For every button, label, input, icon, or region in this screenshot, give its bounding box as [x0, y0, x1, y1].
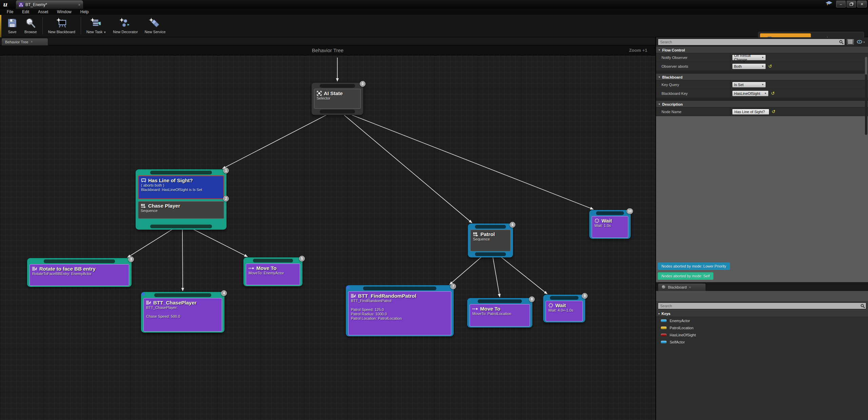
blackboard-key-dropdown[interactable]: HasLineOfSight▼ [732, 90, 769, 97]
display-filter-button[interactable]: ▼ [856, 39, 866, 45]
window-controls: – ✕ [826, 1, 867, 7]
graph-tab-close-icon[interactable]: × [31, 40, 33, 44]
restore-button[interactable] [847, 1, 856, 7]
bt-node-wait-patrol[interactable]: 9 Wait Wait: 4.0+-1.0s [543, 295, 585, 322]
key-query-dropdown[interactable]: Is Set▼ [732, 82, 766, 88]
node-output-pin[interactable] [150, 225, 212, 228]
tutorial-cap-icon[interactable] [826, 1, 832, 7]
browse-button[interactable]: Browse [21, 16, 40, 35]
new-decorator-icon [119, 17, 132, 29]
new-blackboard-icon [56, 17, 68, 29]
toolbar-accent-strip [0, 15, 1, 37]
blackboard-tab-close-icon[interactable]: × [689, 286, 691, 289]
node-input-pin[interactable] [478, 299, 522, 303]
row-observer-aborts: Observer aborts Both▼ ↺ [656, 62, 868, 71]
collapse-triangle-icon: ▼ [658, 103, 660, 105]
bt-task-icon [32, 267, 37, 271]
observer-aborts-dropdown[interactable]: Both▼ [732, 63, 766, 69]
details-search-row: ▼ [656, 37, 868, 47]
new-service-button[interactable]: New Service [141, 16, 169, 35]
save-button[interactable]: Save [3, 16, 21, 35]
minimize-button[interactable]: – [836, 1, 846, 7]
new-blackboard-button[interactable]: New Blackboard [45, 16, 79, 35]
key-row-enemyactor[interactable]: EnemyActor [656, 317, 868, 324]
bt-node-move-to-patrol[interactable]: 8 Move To MoveTo: PatrolLocation [467, 298, 532, 328]
property-matrix-button[interactable] [846, 39, 854, 45]
node-order-badge: 5 [299, 256, 305, 261]
notify-observer-dropdown[interactable]: On Result Change▼ [732, 55, 766, 61]
asset-tab-close-icon[interactable]: × [78, 3, 80, 7]
graph-tab-behavior-tree[interactable]: Behavior Tree × [1, 38, 48, 45]
new-task-button[interactable]: New Task▼ [83, 16, 110, 35]
bt-task-icon [351, 294, 356, 298]
node-input-pin[interactable] [320, 84, 355, 88]
bt-node-btt-findrandompatrol[interactable]: 7 BTT_FindRandomPatrol BTT_FindRandomPat… [346, 285, 454, 336]
node-input-pin[interactable] [550, 296, 578, 300]
asset-tab-bt-enemy[interactable]: BT_Enemy* × [16, 0, 83, 9]
section-description[interactable]: ▼Description [656, 101, 868, 107]
node-order-badge: 0 [360, 81, 366, 87]
menu-file[interactable]: File [3, 9, 17, 15]
node-name-field[interactable]: Has Line of Sight? [732, 109, 769, 115]
window-titlebar: u BT_Enemy* × – ✕ [0, 0, 868, 9]
bt-node-btt-chaseplayer[interactable]: 4 BTT_ChasePlayer BTT_ChasePlayer: Chase… [141, 292, 224, 333]
node-output-pin[interactable] [475, 252, 506, 256]
row-blackboard-key: Blackboard Key HasLineOfSight▼ ↺ [656, 89, 868, 98]
bt-node-chase-player[interactable]: 1 2 Has Line of Sight? ( aborts both ) B… [136, 169, 226, 230]
bt-node-wait-idle[interactable]: 10 Wait Wait: 1.0s [589, 210, 631, 239]
blackboard-decorator-icon [141, 178, 146, 183]
details-search-input[interactable] [658, 39, 845, 45]
node-input-pin[interactable] [253, 259, 293, 262]
restore-icon [850, 3, 853, 6]
search-icon [839, 40, 844, 46]
menu-edit[interactable]: Edit [18, 9, 33, 15]
caret-down-icon: ▼ [762, 83, 764, 86]
behavior-tree-graph-canvas[interactable]: Behavior Tree Zoom +1 0 AI State Selecto… [0, 45, 655, 420]
keys-section-header[interactable]: ▼Keys [656, 311, 868, 317]
toolbar-separator [81, 17, 81, 35]
reset-to-default-icon[interactable]: ↺ [772, 109, 775, 114]
key-row-patrollocation[interactable]: PatrolLocation [656, 324, 868, 331]
menu-help[interactable]: Help [76, 9, 93, 15]
node-input-pin[interactable] [154, 293, 211, 297]
key-type-pill [661, 341, 667, 343]
bt-node-ai-state[interactable]: 0 AI State Selector [311, 82, 363, 115]
key-row-selfactor[interactable]: SelfActor [656, 338, 868, 345]
menu-asset[interactable]: Asset [34, 9, 52, 15]
menu-window[interactable]: Window [53, 9, 76, 15]
browse-icon [25, 17, 36, 29]
node-input-pin[interactable] [44, 259, 115, 263]
blackboard-search-input[interactable] [658, 302, 866, 309]
wait-icon [548, 303, 553, 308]
section-blackboard[interactable]: ▼Blackboard [656, 74, 868, 80]
row-node-name: Node Name Has Line of Sight? ↺ [656, 107, 868, 116]
bt-node-move-to-enemy[interactable]: 5 Move To MoveTo: EnemyActor [243, 257, 302, 286]
blackboard-toolbar-area [656, 291, 868, 301]
unreal-behavior-tree-editor: u BT_Enemy* × – ✕ File Edit Asset Window… [0, 0, 868, 420]
node-output-pin[interactable] [320, 110, 355, 113]
bt-node-rotate-to-face-bb-entry[interactable]: 3 Rotate to face BB entry RotateToFaceBB… [27, 258, 132, 287]
new-task-icon [90, 17, 103, 29]
node-order-badge: 3 [128, 256, 134, 262]
blackboard-panel-tab[interactable]: Blackboard × [658, 283, 706, 291]
reset-to-default-icon[interactable]: ↺ [771, 91, 775, 96]
node-input-pin[interactable] [475, 225, 506, 229]
decorator-has-line-of-sight[interactable]: Has Line of Sight? ( aborts both ) Black… [138, 175, 224, 199]
new-decorator-button[interactable]: New Decorator [110, 16, 141, 35]
section-flow-control[interactable]: ▼Flow Control [656, 47, 868, 53]
search-icon [861, 303, 865, 310]
node-order-badge: 10 [627, 208, 633, 214]
node-input-pin[interactable] [596, 211, 624, 215]
node-input-pin[interactable] [363, 287, 436, 290]
details-scrollbar[interactable] [865, 57, 867, 135]
bt-node-patrol[interactable]: 6 Patrol Sequence [468, 224, 513, 257]
caret-down-icon: ▼ [863, 41, 865, 43]
close-button[interactable]: ✕ [857, 1, 867, 7]
key-type-pill [661, 327, 667, 329]
node-input-pin[interactable] [150, 171, 212, 174]
reset-to-default-icon[interactable]: ↺ [768, 64, 772, 68]
key-row-haslineofsight[interactable]: HasLineOfSight [656, 331, 868, 338]
scrollbar-thumb[interactable] [865, 57, 867, 75]
main-toolbar: Save Browse New Blackboard New Task▼ [0, 15, 868, 37]
node-order-badge: 9 [582, 293, 588, 299]
